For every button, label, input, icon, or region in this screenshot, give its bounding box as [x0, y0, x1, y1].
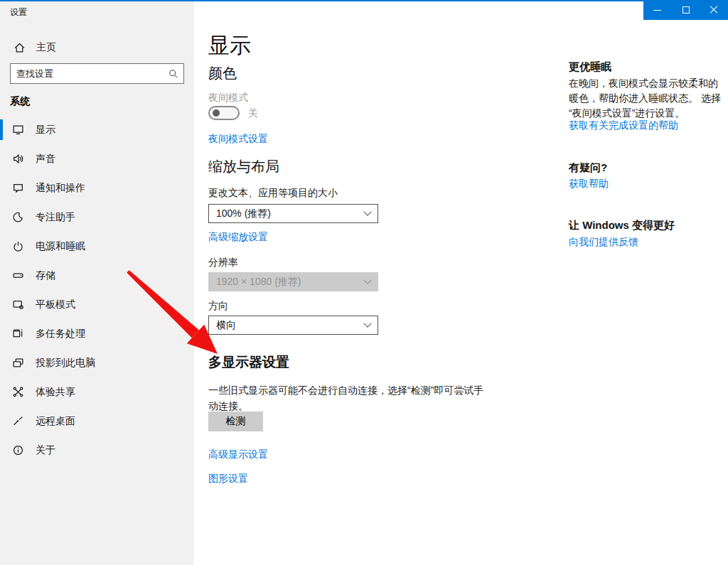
- tablet-mode-icon: [11, 298, 24, 311]
- sidebar-item-tablet-mode[interactable]: 平板模式: [0, 290, 194, 319]
- sidebar-item-label: 通知和操作: [36, 182, 85, 195]
- sidebar: 设置 主页 系统 显示 声: [0, 1, 194, 565]
- sidebar-section-header: 系统: [10, 95, 30, 108]
- maximize-button[interactable]: [672, 0, 700, 20]
- window-accent-border: [0, 0, 728, 1]
- sidebar-item-sound[interactable]: 声音: [0, 144, 194, 173]
- scale-label: 更改文本、应用等项目的大小: [208, 187, 338, 200]
- sidebar-item-label: 多任务处理: [36, 328, 85, 340]
- multi-display-heading: 多显示器设置: [208, 353, 289, 372]
- search-input[interactable]: [11, 68, 164, 79]
- sidebar-item-label: 存储: [36, 269, 55, 282]
- sidebar-item-focus-assist[interactable]: 专注助手: [0, 203, 194, 232]
- settings-window: 设置 主页 系统 显示 声: [0, 0, 728, 565]
- sidebar-item-label: 专注助手: [36, 211, 75, 224]
- sidebar-item-shared-experiences[interactable]: 体验共享: [0, 377, 194, 407]
- sidebar-item-home[interactable]: 主页: [0, 36, 194, 60]
- advanced-scaling-link[interactable]: 高级缩放设置: [208, 231, 268, 244]
- sound-icon: [11, 153, 24, 166]
- feedback-link[interactable]: 向我们提供反馈: [569, 236, 638, 249]
- sidebar-item-display[interactable]: 显示: [0, 115, 194, 144]
- orientation-dropdown[interactable]: 横向: [208, 316, 378, 335]
- sidebar-item-label: 远程桌面: [36, 415, 75, 428]
- night-light-state: 关: [248, 107, 258, 120]
- sidebar-item-about[interactable]: 关于: [0, 436, 194, 465]
- scale-section-heading: 缩放与布局: [208, 157, 279, 176]
- sidebar-item-label: 体验共享: [36, 386, 75, 399]
- advanced-display-link[interactable]: 高级显示设置: [208, 448, 268, 461]
- shared-experiences-icon: [11, 386, 24, 399]
- sidebar-item-label: 声音: [36, 153, 55, 166]
- power-icon: [11, 240, 24, 253]
- orientation-dropdown-value: 横向: [216, 319, 365, 332]
- window-controls: [643, 0, 728, 20]
- setup-help-link[interactable]: 获取有关完成设置的帮助: [569, 119, 678, 132]
- notifications-icon: [11, 182, 24, 195]
- sidebar-item-power-sleep[interactable]: 电源和睡眠: [0, 232, 194, 261]
- storage-icon: [11, 269, 24, 282]
- sleep-better-heading: 更优睡眠: [569, 60, 611, 74]
- about-icon: [11, 444, 24, 457]
- resolution-label: 分辨率: [208, 257, 238, 269]
- color-section-heading: 颜色: [208, 64, 237, 83]
- sidebar-item-label: 平板模式: [36, 298, 75, 311]
- sidebar-item-label: 关于: [36, 444, 55, 457]
- chevron-down-icon: [363, 208, 371, 215]
- sidebar-item-multitasking[interactable]: 多任务处理: [0, 319, 194, 348]
- sidebar-item-notifications[interactable]: 通知和操作: [0, 173, 194, 203]
- night-light-toggle[interactable]: [208, 106, 240, 120]
- remote-desktop-icon: [11, 415, 24, 428]
- minimize-icon: [653, 10, 661, 11]
- night-light-label: 夜间模式: [208, 92, 248, 104]
- sleep-better-body: 在晚间，夜间模式会显示较柔和的暖色，帮助你进入睡眠状态。 选择“夜间模式设置”进…: [569, 76, 725, 121]
- close-button[interactable]: [700, 0, 728, 20]
- night-light-settings-link[interactable]: 夜间模式设置: [208, 133, 268, 146]
- projecting-icon: [11, 357, 24, 370]
- sidebar-item-label: 电源和睡眠: [36, 240, 85, 253]
- sidebar-item-projecting[interactable]: 投影到此电脑: [0, 348, 194, 377]
- sidebar-item-label: 主页: [36, 41, 56, 54]
- multitasking-icon: [11, 328, 24, 340]
- question-heading: 有疑问?: [569, 161, 607, 175]
- chevron-down-icon: [363, 276, 371, 284]
- sidebar-item-storage[interactable]: 存储: [0, 261, 194, 290]
- multi-display-description: 一些旧式显示器可能不会进行自动连接，选择“检测”即可尝试手动连接。: [208, 382, 491, 414]
- resolution-dropdown: 1920 × 1080 (推荐): [208, 272, 378, 291]
- detect-button[interactable]: 检测: [208, 411, 263, 431]
- search-box[interactable]: [10, 63, 184, 84]
- get-help-link[interactable]: 获取帮助: [569, 178, 609, 190]
- toggle-knob: [213, 109, 220, 117]
- focus-assist-icon: [11, 211, 24, 224]
- resolution-dropdown-value: 1920 × 1080 (推荐): [216, 276, 365, 289]
- feedback-heading: 让 Windows 变得更好: [569, 219, 675, 232]
- maximize-icon: [682, 6, 690, 14]
- scale-dropdown[interactable]: 100% (推荐): [208, 204, 378, 223]
- sidebar-item-label: 显示: [36, 124, 55, 136]
- app-title: 设置: [10, 6, 27, 18]
- home-icon: [13, 41, 26, 54]
- sidebar-nav: 显示 声音 通知和操作 专注助手: [0, 115, 194, 465]
- scale-dropdown-value: 100% (推荐): [216, 208, 365, 220]
- chevron-down-icon: [363, 319, 371, 327]
- minimize-button[interactable]: [643, 0, 672, 20]
- sidebar-item-label: 投影到此电脑: [36, 357, 95, 370]
- close-icon: [710, 6, 718, 14]
- graphics-settings-link[interactable]: 图形设置: [208, 473, 248, 485]
- orientation-label: 方向: [208, 300, 228, 313]
- page-title: 显示: [208, 31, 251, 60]
- display-icon: [11, 124, 24, 136]
- sidebar-item-remote-desktop[interactable]: 远程桌面: [0, 407, 194, 436]
- search-icon[interactable]: [164, 69, 183, 79]
